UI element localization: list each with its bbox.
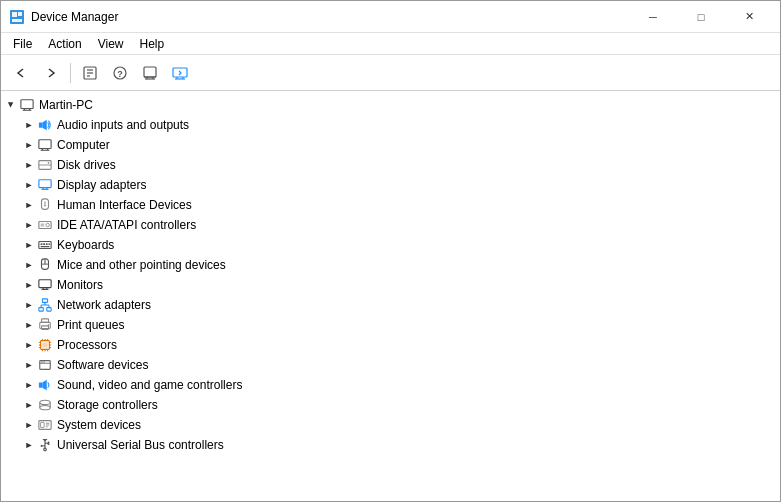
storage-chevron: ► [21, 397, 37, 413]
properties-button[interactable] [76, 60, 104, 86]
list-item[interactable]: ► IDE ATA/ATAPI controllers [1, 215, 780, 235]
print-icon [37, 317, 53, 333]
hid-row[interactable]: ► Human Interface Devices [1, 195, 780, 215]
minimize-button[interactable]: ─ [630, 2, 676, 32]
menu-action[interactable]: Action [40, 35, 89, 53]
usb-label: Universal Serial Bus controllers [57, 438, 224, 452]
update-driver-button[interactable] [136, 60, 164, 86]
network-row[interactable]: ► [1, 295, 780, 315]
system-row[interactable]: ► System devices [1, 415, 780, 435]
help-button[interactable]: ? [106, 60, 134, 86]
svg-rect-3 [12, 19, 22, 22]
software-row[interactable]: ► Software devices [1, 355, 780, 375]
display-row[interactable]: ► Display adapters [1, 175, 780, 195]
svg-rect-46 [46, 243, 48, 245]
list-item[interactable]: ► Disk drives [1, 155, 780, 175]
list-item[interactable]: ► [1, 295, 780, 315]
computer-row[interactable]: ► Computer [1, 135, 780, 155]
system-chevron: ► [21, 417, 37, 433]
disk-chevron: ► [21, 157, 37, 173]
svg-point-42 [46, 223, 50, 227]
toolbar-separator-1 [70, 63, 71, 83]
ide-row[interactable]: ► IDE ATA/ATAPI controllers [1, 215, 780, 235]
svg-rect-101 [41, 445, 43, 447]
hid-icon [37, 197, 53, 213]
computer-root-row[interactable]: ► Martin-PC [1, 95, 780, 115]
list-item[interactable]: ► Storage controllers [1, 395, 780, 415]
list-item[interactable]: ► Sound, video and game controllers [1, 375, 780, 395]
svg-point-84 [43, 361, 44, 362]
svg-rect-2 [18, 12, 22, 16]
list-item[interactable]: ► Keyboa [1, 235, 780, 255]
processor-label: Processors [57, 338, 117, 352]
list-item[interactable]: ► Audio inputs and outputs [1, 115, 780, 135]
svg-rect-85 [39, 382, 43, 387]
list-item[interactable]: ► [1, 435, 780, 455]
computer-icon [19, 97, 35, 113]
disk-label: Disk drives [57, 158, 116, 172]
menu-view[interactable]: View [90, 35, 132, 53]
app-icon [9, 9, 25, 25]
display-chevron: ► [21, 177, 37, 193]
sound-icon [37, 377, 53, 393]
mouse-label: Mice and other pointing devices [57, 258, 226, 272]
storage-row[interactable]: ► Storage controllers [1, 395, 780, 415]
print-row[interactable]: ► Print queues [1, 315, 780, 335]
print-chevron: ► [21, 317, 37, 333]
device-categories: ► Audio inputs and outputs [1, 115, 780, 455]
keyboard-icon [37, 237, 53, 253]
svg-rect-1 [12, 12, 17, 17]
computer-cat-label: Computer [57, 138, 110, 152]
processor-row[interactable]: ► [1, 335, 780, 355]
network-chevron: ► [21, 297, 37, 313]
hid-chevron: ► [21, 197, 37, 213]
monitor-row[interactable]: ► Monitors [1, 275, 780, 295]
svg-rect-58 [47, 308, 51, 312]
svg-rect-64 [42, 319, 49, 323]
svg-rect-45 [43, 243, 45, 245]
toolbar: ? [1, 55, 780, 91]
menu-file[interactable]: File [5, 35, 40, 53]
audio-row[interactable]: ► Audio inputs and outputs [1, 115, 780, 135]
keyboard-row[interactable]: ► Keyboa [1, 235, 780, 255]
usb-icon [37, 437, 53, 453]
forward-button[interactable] [37, 60, 65, 86]
mouse-icon [37, 257, 53, 273]
window-title: Device Manager [31, 10, 630, 24]
list-item[interactable]: ► Display adapters [1, 175, 780, 195]
svg-rect-19 [21, 100, 33, 109]
list-item[interactable]: ► [1, 335, 780, 355]
system-label: System devices [57, 418, 141, 432]
menu-help[interactable]: Help [132, 35, 173, 53]
back-button[interactable] [7, 60, 35, 86]
device-manager-window: Device Manager ─ □ ✕ File Action View He… [0, 0, 781, 502]
svg-rect-47 [49, 243, 50, 245]
list-item[interactable]: ► Mice and other pointing devices [1, 255, 780, 275]
sound-chevron: ► [21, 377, 37, 393]
display-button[interactable] [166, 60, 194, 86]
list-item[interactable]: ► Print queues [1, 315, 780, 335]
close-button[interactable]: ✕ [726, 2, 772, 32]
list-item[interactable]: ► System devices [1, 415, 780, 435]
usb-row[interactable]: ► [1, 435, 780, 455]
computer-chevron: ► [21, 137, 37, 153]
svg-rect-92 [41, 422, 45, 427]
list-item[interactable]: ► Software devices [1, 355, 780, 375]
device-tree-content[interactable]: ► Martin-PC ► [1, 91, 780, 501]
list-item[interactable]: ► Monitors [1, 275, 780, 295]
ide-chevron: ► [21, 217, 37, 233]
computer-cat-icon [37, 137, 53, 153]
maximize-button[interactable]: □ [678, 2, 724, 32]
svg-rect-44 [41, 243, 43, 245]
disk-row[interactable]: ► Disk drives [1, 155, 780, 175]
list-item[interactable]: ► Human Interface Devices [1, 195, 780, 215]
audio-chevron: ► [21, 117, 37, 133]
processor-icon [37, 337, 53, 353]
disk-icon [37, 157, 53, 173]
sound-row[interactable]: ► Sound, video and game controllers [1, 375, 780, 395]
title-bar: Device Manager ─ □ ✕ [1, 1, 780, 33]
print-label: Print queues [57, 318, 124, 332]
mouse-row[interactable]: ► Mice and other pointing devices [1, 255, 780, 275]
tree-root-item[interactable]: ► Martin-PC ► [1, 95, 780, 455]
list-item[interactable]: ► Computer [1, 135, 780, 155]
